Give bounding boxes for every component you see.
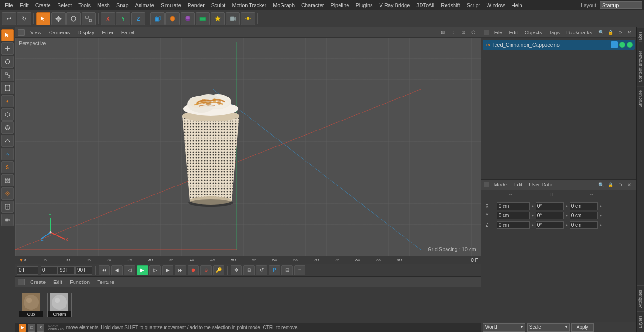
menu-snap[interactable]: Snap (114, 1, 132, 9)
sidebar-sketch-btn[interactable]: ∿ (1, 148, 14, 160)
attr-edit-menu[interactable]: Edit (512, 181, 524, 188)
scale-dropdown[interactable]: Scale ▾ (527, 323, 570, 332)
attr-userdata-menu[interactable]: User Data (527, 181, 554, 188)
x-scale-field[interactable]: 0 cm (570, 202, 598, 210)
menu-mesh[interactable]: Mesh (94, 1, 113, 9)
apply-button[interactable]: Apply (571, 323, 594, 332)
obj-lock-icon[interactable]: 🔒 (606, 28, 615, 37)
attr-lock-icon[interactable]: 🔒 (606, 180, 615, 189)
material-create-menu[interactable]: Create (28, 279, 48, 285)
viewport-filter-menu[interactable]: Filter (100, 29, 115, 36)
object-color-badge[interactable] (611, 41, 618, 48)
key-button[interactable]: 🔑 (213, 265, 224, 275)
obj-close-icon[interactable]: ✕ (625, 28, 634, 37)
status-icon-play[interactable]: ▶ (19, 324, 26, 332)
scale-tool-playback[interactable]: ⊞ (243, 265, 255, 275)
material-cream[interactable]: Cream (47, 293, 72, 317)
move-tool-button[interactable] (51, 12, 66, 25)
world-dropdown[interactable]: World ▾ (483, 323, 525, 332)
obj-settings-icon[interactable]: ⚙ (616, 28, 624, 37)
y-scale-field[interactable]: 0 cm (570, 212, 598, 219)
x-rot-field[interactable]: 0° (536, 202, 564, 210)
z-rot-field[interactable]: 0° (536, 221, 564, 229)
cylinder-button[interactable] (181, 12, 195, 25)
viewport-panel-menu[interactable]: Panel (119, 29, 136, 36)
material-texture-menu[interactable]: Texture (95, 279, 116, 285)
viewport-display-menu[interactable]: Display (75, 29, 96, 36)
vtab-attributes[interactable]: Attributes (637, 285, 644, 311)
menu-window[interactable]: Window (484, 1, 508, 9)
menu-mograph[interactable]: MoGraph (270, 1, 297, 9)
z-scale-field[interactable]: 0 cm (570, 221, 598, 229)
viewport-icon-3[interactable]: ⊡ (459, 28, 468, 37)
sidebar-rotate-btn[interactable] (1, 56, 14, 68)
attr-close-icon[interactable]: ✕ (625, 180, 634, 189)
goto-end-button[interactable]: ⏭ (175, 265, 186, 275)
sidebar-material-btn[interactable] (1, 201, 14, 213)
plane-button[interactable] (196, 12, 210, 25)
viewport-icon-4[interactable]: ⬡ (470, 28, 478, 37)
x-pos-field[interactable]: 0 cm (497, 202, 530, 210)
menu-vray[interactable]: V-Ray Bridge (377, 1, 413, 9)
menu-plugins[interactable]: Plugins (353, 1, 375, 9)
z-pos-field[interactable]: 0 cm (497, 221, 530, 229)
rotate-tool-playback[interactable]: ↺ (256, 265, 267, 275)
redo-button[interactable]: ↻ (17, 12, 31, 25)
z-axis-button[interactable]: Z (131, 12, 145, 25)
y-pos-field[interactable]: 0 cm (497, 212, 530, 219)
sidebar-grid-btn[interactable] (1, 174, 14, 186)
x-axis-button[interactable]: X (101, 12, 115, 25)
menu-edit[interactable]: Edit (17, 1, 32, 9)
sidebar-select-btn[interactable] (1, 29, 14, 41)
obj-tags-menu[interactable]: Tags (547, 29, 561, 36)
move-tool-playback[interactable]: ✥ (231, 265, 242, 275)
attr-settings-icon[interactable]: ⚙ (616, 180, 624, 189)
viewport-cameras-menu[interactable]: Cameras (47, 29, 72, 36)
layout-dropdown[interactable] (600, 1, 642, 9)
lamp-button[interactable] (241, 12, 255, 25)
menu-help[interactable]: Help (509, 1, 525, 9)
next-keyframe-button[interactable]: ▷ (149, 265, 161, 275)
sidebar-s-btn[interactable]: S (1, 161, 14, 173)
grid-view-button[interactable]: ⊟ (281, 265, 293, 275)
play-button[interactable]: ▶ (137, 265, 148, 275)
next-frame-button[interactable]: ▶ (162, 265, 173, 275)
object-row-cappuccino[interactable]: Lo Iced_Cinnamon_Cappuccino (483, 40, 635, 50)
sidebar-edit-btn[interactable]: ✦ (1, 95, 14, 107)
viewport-icon-1[interactable]: ⊞ (438, 28, 447, 37)
sidebar-poly-btn[interactable] (1, 108, 14, 121)
menu-create[interactable]: Create (33, 1, 54, 9)
viewport-view-menu[interactable]: View (28, 29, 43, 36)
viewport-menu-icon[interactable] (18, 29, 25, 36)
material-edit-menu[interactable]: Edit (51, 279, 64, 285)
menu-script[interactable]: Script (464, 1, 483, 9)
sidebar-scale-btn[interactable] (1, 69, 14, 81)
camera-button[interactable] (226, 12, 240, 25)
sidebar-paint-btn[interactable] (1, 187, 14, 200)
auto-key-button[interactable]: ⊕ (200, 265, 212, 275)
status-icon-box[interactable]: □ (28, 324, 35, 332)
vtab-structure[interactable]: Structure (637, 86, 644, 112)
sphere-button[interactable] (165, 12, 180, 25)
menu-sculpt[interactable]: Sculpt (208, 1, 229, 9)
goto-start-button[interactable]: ⏮ (99, 265, 110, 275)
select-tool-button[interactable] (36, 12, 50, 25)
menu-redshift[interactable]: Redshift (438, 1, 462, 9)
vtab-content-browser[interactable]: Content Browser (637, 47, 644, 86)
obj-edit-menu[interactable]: Edit (507, 29, 520, 36)
menu-animate[interactable]: Animate (132, 1, 157, 9)
menu-render[interactable]: Render (185, 1, 207, 9)
attr-search-icon[interactable]: 🔍 (597, 180, 605, 189)
obj-bookmarks-menu[interactable]: Bookmarks (564, 29, 594, 36)
obj-search-icon[interactable]: 🔍 (597, 28, 605, 37)
menu-file[interactable]: File (2, 1, 16, 9)
material-cup[interactable]: Cup (19, 293, 43, 317)
obj-file-menu[interactable]: File (492, 29, 504, 36)
object-visibility-dot-1[interactable] (619, 42, 625, 48)
prev-frame-button[interactable]: ◀ (111, 265, 123, 275)
frame-end-input-2[interactable] (75, 266, 92, 275)
obj-manager-menu-icon[interactable] (484, 30, 489, 35)
obj-objects-menu[interactable]: Objects (522, 29, 544, 36)
menu-tools[interactable]: Tools (75, 1, 93, 9)
viewport-3d[interactable]: Perspective (15, 38, 481, 256)
